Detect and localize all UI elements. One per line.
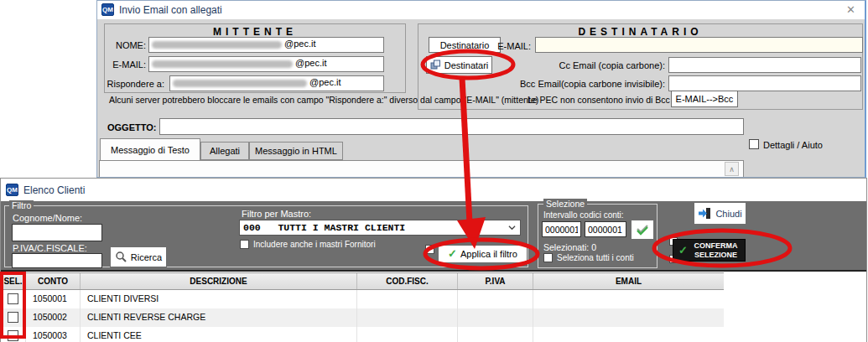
oggetto-field[interactable]: [159, 118, 744, 135]
includere-fornitori-checkbox[interactable]: [240, 240, 249, 249]
table-row[interactable]: 1050003 CLIENTI CEE: [1, 327, 724, 342]
seleziona-tutti-checkbox[interactable]: [543, 253, 553, 262]
tab-messaggio-in-html[interactable]: Messaggio in HTML: [249, 142, 343, 160]
selezione-group-label: Selezione: [543, 199, 587, 209]
clienti-window-title: Elenco Clienti: [23, 184, 85, 196]
conferma-selezione-button[interactable]: ✓ CONFERMA SELEZIONE: [673, 239, 746, 262]
column-header-piva[interactable]: P.IVA: [458, 273, 533, 289]
qm-app-icon: QM: [101, 3, 114, 16]
cell-conto: 1050002: [26, 308, 81, 327]
intervallo-to-field[interactable]: [585, 221, 626, 237]
exit-door-icon: [698, 207, 712, 220]
intervallo-from-field[interactable]: [542, 221, 581, 237]
message-text-area[interactable]: [99, 160, 744, 178]
email-to-bcc-button[interactable]: E-MAIL-->Bcc: [671, 91, 738, 107]
redacted-value: [152, 41, 282, 49]
cell-conto: 1050001: [26, 290, 81, 308]
cell-email: [533, 290, 724, 308]
cell-piva: [458, 290, 533, 308]
bcc-label: Bcc Email(copia carbone invisibile):: [458, 79, 665, 89]
chevron-down-icon: [508, 224, 516, 231]
nome-domain: @pec.it: [284, 39, 315, 49]
tab-messaggio-di-testo[interactable]: Messaggio di Testo: [100, 138, 200, 160]
close-icon[interactable]: ✕: [846, 4, 855, 15]
includere-fornitori-label: Includere anche i mastri Fornitori: [253, 240, 376, 249]
nome-label: NOME:: [104, 40, 146, 50]
email-window-titlebar: QM Invio Email con allegati ✕: [97, 1, 865, 19]
row-select-checkbox[interactable]: [8, 312, 18, 323]
check-icon: ✓: [678, 246, 688, 256]
nome-field[interactable]: @pec.it: [148, 37, 384, 53]
dettagli-checkbox[interactable]: [749, 139, 759, 149]
cell-descrizione: CLIENTI DIVERSI: [81, 290, 357, 308]
cell-email: [533, 327, 724, 342]
cell-descrizione: CLIENTI REVERSE CHARGE: [81, 308, 357, 327]
dettagli-label: Dettagli / Aiuto: [763, 140, 823, 150]
table-row[interactable]: 1050002 CLIENTI REVERSE CHARGE: [1, 308, 724, 327]
qm-app-icon: QM: [6, 184, 18, 196]
cell-email: [533, 308, 724, 327]
destinatario-email-label: E-MAIL:: [470, 41, 531, 51]
rispondere-field[interactable]: @pec.it: [169, 75, 384, 91]
column-header-conto[interactable]: CONTO: [26, 273, 81, 289]
pec-note: Le PEC non consentono invio di Bcc !: [528, 95, 675, 105]
bcc-field[interactable]: [668, 75, 861, 91]
column-header-sel[interactable]: SEL.: [1, 273, 26, 289]
seleziona-tutti-label: Seleziona tutti i conti: [557, 253, 634, 262]
email-window-title: Invio Email con allegati: [119, 4, 222, 16]
destinatario-header: DESTINATARIO: [418, 26, 862, 38]
mittente-header: MITTENTE: [105, 26, 405, 38]
column-header-email[interactable]: EMAIL: [533, 273, 724, 289]
row-select-checkbox[interactable]: [8, 330, 18, 341]
table-header-row: SEL. CONTO DESCRIZIONE COD.FISC. P.IVA E…: [1, 272, 724, 290]
mastro-dropdown[interactable]: 000 TUTTI I MASTRI CLIENTI: [239, 220, 521, 236]
cognome-field[interactable]: [12, 224, 102, 241]
mittente-email-field[interactable]: @pec.it: [148, 56, 384, 72]
recipients-list-icon: [430, 60, 441, 70]
applica-filtro-button[interactable]: ✓ Applica il filtro: [438, 245, 528, 263]
cell-codfisc: [357, 290, 458, 308]
oggetto-label: OGGETTO:: [107, 122, 156, 132]
column-header-codfisc[interactable]: COD.FISC.: [357, 273, 458, 289]
clienti-window-titlebar: QM Elenco Clienti: [1, 179, 866, 201]
table-row[interactable]: 1050001 CLIENTI DIVERSI: [1, 290, 724, 308]
check-icon: ✓: [448, 249, 457, 259]
ricerca-button-label: Ricerca: [131, 252, 162, 262]
chiudi-button[interactable]: Chiudi: [694, 202, 746, 225]
cell-piva: [458, 327, 533, 342]
cell-descrizione: CLIENTI CEE: [81, 327, 357, 342]
cell-codfisc: [357, 327, 458, 342]
mittente-email-label: E-MAIL:: [104, 60, 146, 70]
cc-field[interactable]: [668, 57, 861, 73]
chiudi-button-label: Chiudi: [715, 209, 741, 219]
cc-label: Cc Email (copia carbone):: [458, 60, 665, 70]
applica-filtro-label: Applica il filtro: [460, 249, 517, 259]
apply-range-button[interactable]: [631, 220, 654, 240]
mastro-selected-value: 000 TUTTI I MASTRI CLIENTI: [243, 222, 405, 233]
piva-label: P.IVA/C.FISCALE:: [13, 243, 87, 253]
email-window: QM Invio Email con allegati ✕ MITTENTE N…: [96, 0, 866, 178]
cognome-label: Cognome/Nome:: [13, 213, 82, 223]
search-icon: [115, 251, 127, 263]
row-select-checkbox[interactable]: [8, 293, 18, 304]
scroll-up-icon[interactable]: ∧: [725, 162, 739, 176]
destinatario-email-field[interactable]: [535, 37, 863, 53]
rispondere-domain: @pec.it: [309, 77, 340, 87]
hidden-checkbox[interactable]: [425, 245, 434, 254]
mastro-label: Filtro per Mastro:: [242, 209, 311, 219]
conferma-label-line1: CONFERMA: [694, 241, 737, 250]
piva-field[interactable]: [12, 253, 102, 268]
conferma-label-line2: SELEZIONE: [694, 251, 737, 259]
email-domain: @pec.it: [295, 58, 326, 68]
tab-allegati[interactable]: Allegati: [200, 142, 249, 160]
double-check-icon: [636, 224, 649, 236]
selezionati-count-label: Selezionati: 0: [543, 242, 596, 252]
cell-piva: [458, 308, 533, 327]
ricerca-button[interactable]: Ricerca: [110, 246, 167, 267]
redacted-value: [173, 80, 307, 87]
clienti-window: QM Elenco Clienti Filtro Cognome/Nome: P…: [0, 178, 867, 342]
screenshot-stage: QM Invio Email con allegati ✕ MITTENTE N…: [0, 0, 868, 342]
rispondere-label: Rispondere a:: [97, 79, 164, 89]
column-header-descrizione[interactable]: DESCRIZIONE: [81, 273, 357, 289]
cell-conto: 1050003: [26, 327, 81, 342]
